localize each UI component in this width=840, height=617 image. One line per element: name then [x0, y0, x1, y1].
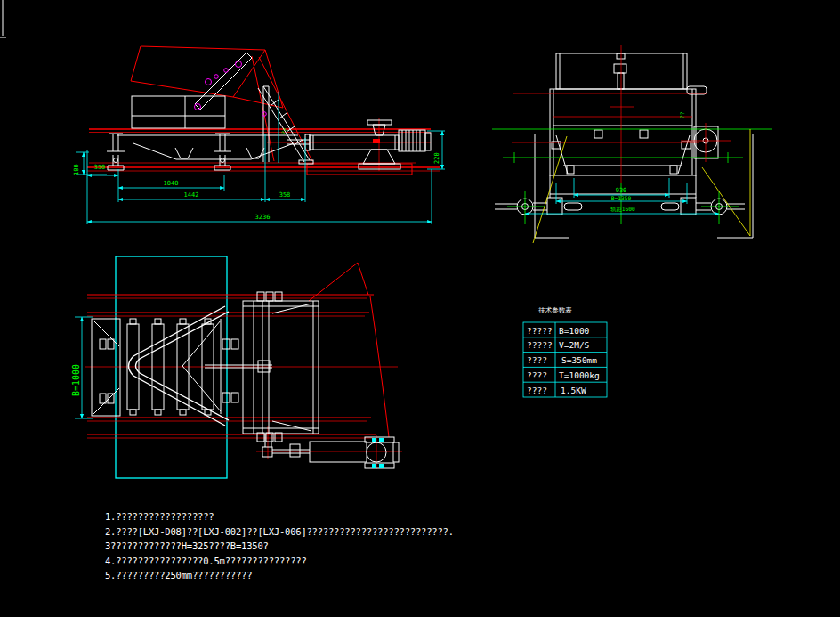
dim-930: 930	[616, 187, 627, 194]
spec-table: 技术参数表 ????? B=1000 ????? V=2M/S ???? S=3…	[523, 306, 607, 397]
cad-drawing: 350 1040 1442 358 3236 180 220 ??	[0, 0, 840, 617]
note-line-1: 1.??????????????????	[105, 511, 214, 522]
table-row: ???? S=350mm	[527, 355, 597, 365]
dim-358: 358	[279, 191, 291, 199]
dim-side-small: ??	[679, 111, 685, 118]
table-row: ???? 1.5KW	[527, 386, 586, 395]
row-value: V=2M/S	[559, 340, 590, 350]
dim-gauge: 轨距1600	[610, 206, 635, 212]
row-value: T=1000kg	[559, 370, 600, 380]
note-line-4: 4.????????????????0.5m???????????????	[105, 556, 307, 566]
dim-1442: 1442	[184, 191, 199, 199]
row-value: S=350mm	[561, 355, 597, 365]
row-label: ?????	[527, 326, 553, 336]
border-artifact	[0, 0, 6, 37]
table-row: ????? V=2M/S	[527, 340, 590, 350]
top-view: B=1000	[71, 256, 402, 478]
note-line-5: 5.?????????250mm???????????	[105, 570, 252, 580]
dim-3236: 3236	[255, 214, 271, 221]
note-line-2: 2.????[LXJ-D08]??[LXJ-002]??[LXJ-006]???…	[105, 526, 454, 537]
dim-b1000: B=1000	[71, 364, 81, 396]
side-view: 350 1040 1442 358 3236 180 220 ??	[73, 46, 445, 224]
table-row: ???? T=1000kg	[527, 370, 600, 380]
dim-b1350: B=1350	[611, 195, 632, 201]
notes: 1.?????????????????? 2.????[LXJ-D08]??[L…	[105, 511, 454, 580]
row-value: 1.5KW	[561, 386, 586, 395]
actuator-plan	[262, 434, 399, 468]
row-label: ?????	[527, 340, 553, 350]
dim-1040: 1040	[164, 180, 179, 187]
row-label: ????	[527, 370, 547, 380]
spec-table-title: 技术参数表	[537, 306, 572, 314]
row-label: ????	[527, 386, 547, 395]
dim-220: 220	[433, 152, 440, 164]
table-row: ????? B=1000	[527, 326, 590, 336]
note-line-3: 3?????????????H=325????B=1350?	[105, 540, 269, 551]
row-value: B=1000	[559, 326, 590, 336]
cad-drawing-viewport[interactable]: 350 1040 1442 358 3236 180 220 ??	[0, 0, 840, 617]
row-label: ????	[527, 355, 547, 365]
dim-180: 180	[73, 164, 80, 175]
dim-350: 350	[94, 164, 106, 171]
front-view: 930 B=1350 轨距1600 ??	[492, 45, 772, 243]
